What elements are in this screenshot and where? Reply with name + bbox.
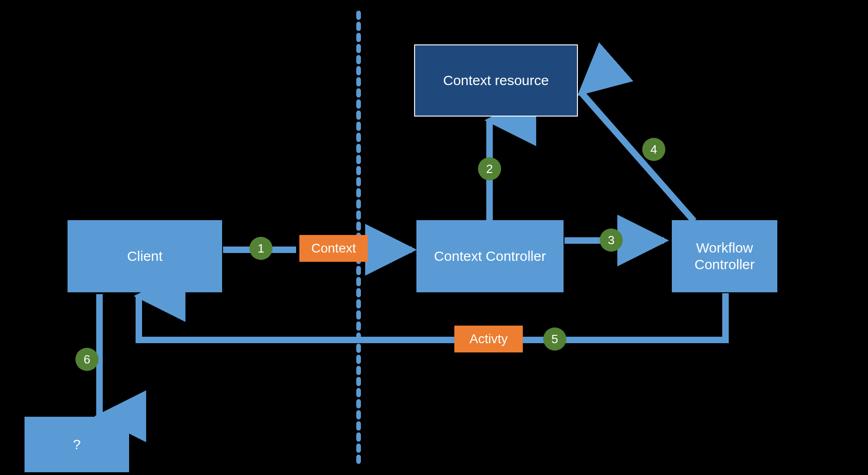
label: 5 [552, 332, 558, 346]
arrow-5 [139, 293, 725, 340]
label: 1 [258, 241, 264, 256]
box-client: Client [68, 220, 222, 292]
step-5: 5 [543, 327, 566, 351]
label: 3 [608, 233, 614, 247]
label: Context resource [443, 72, 549, 89]
step-6: 6 [75, 348, 99, 371]
step-1: 1 [249, 237, 273, 260]
box-context-controller: Context Controller [416, 220, 564, 292]
label: Client [127, 248, 163, 265]
label: Context [311, 241, 356, 256]
label: 2 [486, 162, 493, 176]
label: Context Controller [434, 248, 546, 265]
box-workflow-controller: Workflow Controller [672, 220, 777, 292]
label: Activty [470, 331, 508, 347]
step-3: 3 [600, 228, 623, 252]
step-4: 4 [642, 138, 665, 161]
label: ? [73, 436, 81, 453]
label: 6 [84, 352, 90, 367]
label-context: Context [299, 235, 368, 262]
box-question: ? [25, 417, 129, 472]
box-context-resource: Context resource [414, 44, 578, 117]
label-activity: Activty [454, 326, 523, 352]
arrow-4 [581, 93, 694, 221]
label: 4 [651, 142, 657, 157]
label: Workflow Controller [694, 240, 755, 273]
step-2: 2 [478, 157, 501, 180]
diagram-canvas: Context resource Client Context Controll… [0, 0, 868, 475]
